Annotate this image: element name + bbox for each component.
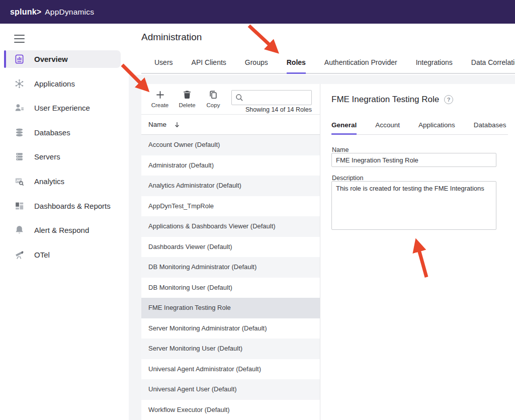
splunk-logo: splunk> (10, 8, 41, 17)
sidebar: Overview Applications User Experience Da… (0, 24, 129, 420)
analytics-icon (14, 176, 25, 187)
servers-icon (14, 151, 25, 162)
bell-icon (14, 225, 25, 235)
roles-toolbar: Create Delete Copy Showing 14 of (141, 84, 320, 115)
tab-account[interactable]: Account (375, 121, 400, 134)
sidebar-item-user-experience[interactable]: User Experience (4, 99, 121, 117)
list-column-header: Name (141, 115, 320, 135)
tab-authentication-provider[interactable]: Authentication Provider (324, 58, 397, 73)
appdynamics-brand: AppDynamics (45, 8, 94, 17)
search-box (231, 90, 312, 105)
tab-api-clients[interactable]: API Clients (192, 58, 226, 73)
content-header: Administration Users API Clients Groups … (129, 24, 515, 75)
table-row[interactable]: FME Inegration Testing Role (141, 298, 320, 318)
overview-icon (14, 54, 25, 64)
copy-icon (200, 89, 226, 100)
sidebar-item-applications[interactable]: Applications (4, 75, 121, 93)
role-detail-panel: FME Inegration Testing Role ? General Ac… (321, 84, 515, 420)
dashboards-icon (14, 201, 25, 211)
detail-tab-bar: General Account Applications Databases (331, 118, 508, 135)
tab-integrations[interactable]: Integrations (416, 58, 453, 73)
name-column-header[interactable]: Name (148, 121, 166, 128)
applications-icon (14, 78, 25, 89)
left-gutter (129, 84, 141, 420)
sidebar-item-label: Alert & Respond (34, 226, 89, 234)
tab-general[interactable]: General (331, 121, 357, 134)
telescope-icon (14, 249, 25, 260)
sort-descending-icon[interactable] (173, 121, 181, 129)
sidebar-item-label: Dashboards & Reports (34, 202, 111, 210)
table-row[interactable]: AppDynTest_TmpRole (141, 196, 320, 217)
table-row[interactable]: Universal Agent Administrator (Default) (141, 359, 320, 380)
sidebar-item-label: User Experience (34, 104, 90, 112)
roles-list-panel: Create Delete Copy Showing 14 of (141, 84, 320, 420)
sidebar-item-dashboards-reports[interactable]: Dashboards & Reports (4, 197, 121, 215)
table-row[interactable]: Server Monitoring Administrator (Default… (141, 318, 320, 339)
sidebar-item-analytics[interactable]: Analytics (4, 173, 121, 190)
table-row[interactable]: DB Monitoring Administrator (Default) (141, 257, 320, 278)
table-row[interactable]: Account Owner (Default) (141, 135, 320, 155)
tab-roles[interactable]: Roles (287, 58, 306, 73)
table-row[interactable]: Applications & Dashboards Viewer (Defaul… (141, 216, 320, 237)
search-input[interactable] (231, 90, 312, 105)
create-button[interactable]: Create (147, 89, 173, 108)
sidebar-item-alert-respond[interactable]: Alert & Respond (4, 221, 121, 239)
description-field-label: Description (332, 175, 364, 182)
role-detail-title: FME Inegration Testing Role (331, 95, 439, 105)
trash-icon (174, 89, 200, 100)
divider-strip (129, 75, 515, 84)
sidebar-item-servers[interactable]: Servers (4, 148, 121, 165)
delete-button[interactable]: Delete (174, 89, 200, 108)
help-icon[interactable]: ? (444, 95, 453, 104)
sidebar-item-overview[interactable]: Overview (4, 50, 121, 68)
name-field-label: Name (332, 146, 349, 153)
databases-icon (14, 127, 25, 138)
sidebar-item-label: OTel (34, 250, 50, 259)
sidebar-item-label: Overview (34, 55, 68, 63)
sidebar-item-label: Applications (34, 79, 75, 88)
app-window: splunk> AppDynamics Overview Application… (0, 0, 515, 420)
user-experience-icon (14, 103, 25, 113)
role-name-input[interactable] (331, 153, 496, 167)
copy-button[interactable]: Copy (200, 89, 226, 108)
sidebar-item-label: Databases (34, 128, 70, 137)
tab-data-correlation[interactable]: Data Correlation (471, 58, 515, 73)
detail-title-row: FME Inegration Testing Role ? (331, 95, 453, 105)
showing-count: Showing 14 of 14 Roles (216, 106, 312, 113)
page-title: Administration (141, 32, 202, 43)
table-row[interactable]: Server Monitoring User (Default) (141, 339, 320, 359)
topbar: splunk> AppDynamics (0, 0, 515, 24)
table-row[interactable]: DB Monitoring User (Default) (141, 278, 320, 298)
sidebar-item-label: Servers (34, 152, 60, 161)
table-row[interactable]: Administrator (Default) (141, 155, 320, 176)
table-row[interactable]: Workflow Executor (Default) (141, 400, 320, 420)
table-row[interactable]: Dashboards Viewer (Default) (141, 237, 320, 258)
tab-applications[interactable]: Applications (418, 121, 455, 134)
tab-databases[interactable]: Databases (474, 121, 506, 134)
tab-users[interactable]: Users (154, 58, 173, 73)
table-row[interactable]: Universal Agent User (Default) (141, 379, 320, 400)
admin-tab-bar: Users API Clients Groups Roles Authentic… (141, 54, 515, 74)
roles-list: Account Owner (Default)Administrator (De… (141, 135, 320, 420)
hamburger-menu-icon[interactable] (14, 35, 25, 43)
sidebar-item-databases[interactable]: Databases (4, 124, 121, 141)
tab-groups[interactable]: Groups (245, 58, 268, 73)
plus-icon (147, 89, 173, 100)
table-row[interactable]: Analytics Administrator (Default) (141, 176, 320, 196)
role-description-textarea[interactable]: This role is created for testing the FME… (331, 181, 496, 230)
sidebar-item-otel[interactable]: OTel (4, 246, 121, 264)
sidebar-item-label: Analytics (34, 177, 64, 186)
